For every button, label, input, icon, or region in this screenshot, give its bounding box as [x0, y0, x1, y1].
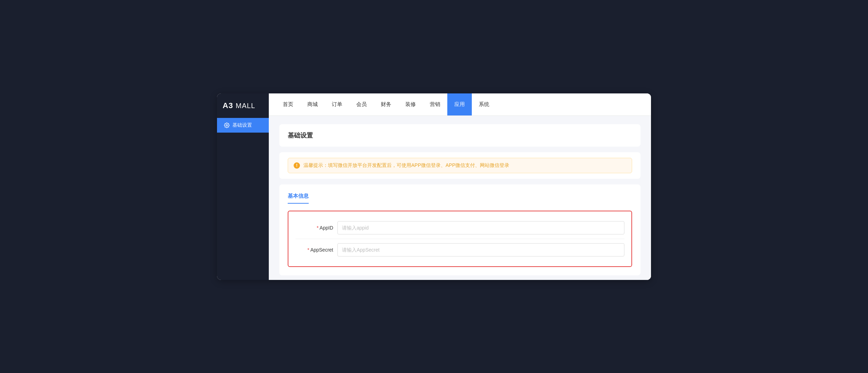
nav-item-system[interactable]: 系统	[472, 93, 496, 116]
appsecret-input[interactable]	[337, 243, 624, 256]
required-star-appsecret: *	[307, 247, 309, 253]
top-nav: 首页 商城 订单 会员 财务 装修 营销 应用	[269, 93, 651, 116]
nav-item-finance[interactable]: 财务	[374, 93, 398, 116]
form-row-appid: * AppID	[295, 217, 624, 239]
label-appid: * AppID	[295, 225, 337, 231]
main-area: 首页 商城 订单 会员 财务 装修 营销 应用	[269, 93, 651, 280]
page-title: 基础设置	[288, 131, 632, 140]
notice-section: ! 温馨提示：填写微信开放平台开发配置后，可使用APP微信登录、APP微信支付、…	[279, 152, 640, 179]
nav-item-mall[interactable]: 商城	[300, 93, 325, 116]
logo-name: MALL	[236, 102, 255, 110]
nav-item-decoration[interactable]: 装修	[398, 93, 423, 116]
notice-text: 温馨提示：填写微信开放平台开发配置后，可使用APP微信登录、APP微信支付、网站…	[303, 162, 509, 169]
notice-box: ! 温馨提示：填写微信开放平台开发配置后，可使用APP微信登录、APP微信支付、…	[288, 158, 632, 173]
page-content: 基础设置 ! 温馨提示：填写微信开放平台开发配置后，可使用APP微信登录、APP…	[269, 116, 651, 280]
sidebar: A3 MALL 基础设置	[217, 93, 269, 280]
logo: A3 MALL	[217, 93, 269, 118]
logo-brand: A3	[223, 101, 233, 110]
form-fields-box: * AppID * AppSecret	[288, 211, 632, 267]
required-star-appid: *	[317, 225, 318, 231]
warning-icon: !	[294, 162, 300, 169]
page-title-section: 基础设置	[279, 124, 640, 147]
nav-item-apps[interactable]: 应用	[447, 93, 472, 116]
app-container: A3 MALL 基础设置 首页 商城 订单	[217, 93, 651, 280]
nav-item-member[interactable]: 会员	[349, 93, 374, 116]
form-section: 基本信息 * AppID * AppSecret	[279, 184, 640, 275]
nav-item-home[interactable]: 首页	[276, 93, 300, 116]
form-row-appsecret: * AppSecret	[295, 239, 624, 261]
appid-input[interactable]	[337, 221, 624, 234]
label-appsecret: * AppSecret	[295, 247, 337, 253]
gear-icon	[224, 122, 230, 128]
nav-item-order[interactable]: 订单	[325, 93, 349, 116]
sidebar-item-label: 基础设置	[232, 122, 252, 128]
section-title: 基本信息	[288, 193, 309, 204]
sidebar-item-basic-settings[interactable]: 基础设置	[217, 118, 269, 133]
nav-item-marketing[interactable]: 营销	[423, 93, 447, 116]
svg-point-0	[226, 125, 227, 126]
